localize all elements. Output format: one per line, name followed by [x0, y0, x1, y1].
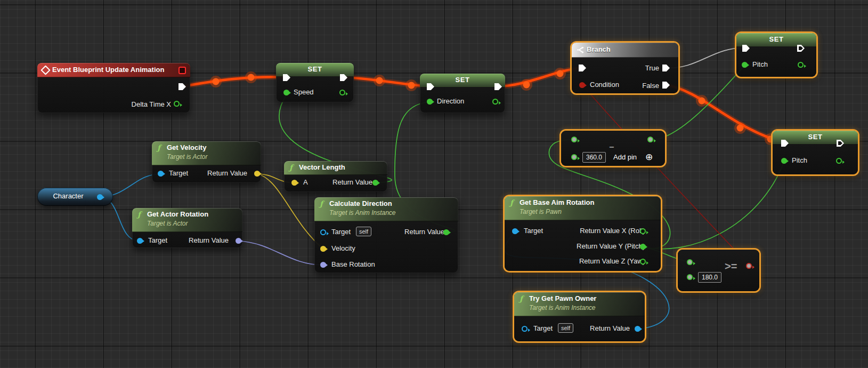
node-title: Get Actor Rotation	[147, 210, 208, 218]
exec-out-pin[interactable]	[179, 83, 186, 90]
node-try-get-pawn-owner[interactable]: ƒ Try Get Pawn Owner Target is Anim Inst…	[514, 292, 645, 341]
node-set-pitch-top[interactable]: SET Pitch	[736, 33, 816, 77]
target-pin[interactable]	[158, 171, 164, 177]
exec-wire-set-speed-to-set-direction[interactable]	[344, 77, 431, 86]
node-subtitle: Target is Pawn	[520, 208, 562, 215]
false-exec-pin[interactable]	[662, 82, 670, 89]
node-subtitle: Target is Anim Instance	[329, 209, 396, 217]
velocity-pin[interactable]	[320, 246, 326, 252]
return-value-pin[interactable]	[254, 171, 260, 177]
pitch-output-pin[interactable]	[798, 62, 804, 68]
base-rotation-pin[interactable]	[320, 262, 326, 268]
node-get-actor-rotation[interactable]: ƒ Get Actor Rotation Target is Actor Tar…	[132, 208, 242, 248]
function-icon: ƒ	[289, 163, 293, 172]
function-icon: ƒ	[320, 199, 323, 208]
pin-label: Return Value Y (Pitch)	[577, 242, 645, 250]
compare-result-pin[interactable]	[746, 263, 752, 269]
return-value-pin[interactable]	[635, 326, 640, 332]
node-set-pitch-right[interactable]: SET Pitch	[773, 131, 858, 174]
pin-label: Target	[148, 236, 167, 244]
node-title: Get Base Aim Rotation	[520, 198, 594, 206]
target-pin[interactable]	[320, 229, 326, 235]
a-input-pin[interactable]	[291, 180, 297, 186]
pin-label: Pitch	[752, 60, 768, 68]
node-title: SET	[736, 33, 816, 46]
speed-output-pin[interactable]	[339, 90, 345, 95]
pitch-input-pin[interactable]	[781, 158, 787, 164]
node-title: Vector Length	[299, 163, 345, 171]
node-title: Try Get Pawn Owner	[529, 294, 596, 302]
return-value-pin[interactable]	[236, 238, 241, 244]
add-pin-icon[interactable]: ⊕	[645, 153, 653, 161]
pin-label: Target	[169, 169, 188, 177]
pin-label: Speed	[294, 88, 314, 96]
pin-label: Pitch	[792, 156, 807, 164]
return-value-pin[interactable]	[372, 180, 378, 186]
blueprint-graph-canvas[interactable]: Event Blueprint Update Animation Delta T…	[0, 0, 868, 368]
true-exec-pin[interactable]	[662, 65, 670, 71]
node-get-velocity[interactable]: ƒ Get Velocity Target is Actor Target Re…	[152, 141, 261, 183]
node-get-base-aim-rotation[interactable]: ƒ Get Base Aim Rotation Target is Pawn T…	[505, 196, 661, 271]
pin-label: Target	[524, 227, 543, 235]
compare-input-a-pin[interactable]	[687, 259, 693, 265]
condition-pin[interactable]	[579, 82, 585, 88]
node-subtitle: Target is Anim Instance	[529, 304, 596, 311]
pin-label: Return Value X (Roll)	[580, 227, 645, 235]
character-output-pin[interactable]	[97, 194, 103, 200]
self-value-box[interactable]: self	[558, 323, 573, 333]
compare-input-b-pin[interactable]	[687, 274, 693, 280]
node-calculate-direction[interactable]: ƒ Calculate Direction Target is Anim Ins…	[314, 197, 458, 273]
wire-rotation-to-base-rotation[interactable]	[239, 241, 323, 265]
pitch-output-pin[interactable]	[836, 158, 842, 164]
node-set-speed[interactable]: SET Speed	[276, 63, 354, 102]
return-value-z-yaw-pin[interactable]	[640, 259, 646, 265]
subtract-output-pin[interactable]	[647, 137, 653, 142]
node-title: Event Blueprint Update Animation	[52, 66, 164, 74]
subtract-input-a-pin[interactable]	[571, 137, 577, 142]
direction-input-pin[interactable]	[427, 99, 433, 105]
pin-label: Delta Time X	[132, 100, 171, 108]
exec-in-pin[interactable]	[579, 65, 586, 71]
pin-label: A	[303, 178, 308, 186]
target-pin[interactable]	[512, 228, 518, 234]
subtract-operator: −	[609, 142, 614, 152]
pin-label: Condition	[590, 81, 619, 89]
pitch-input-pin[interactable]	[742, 62, 748, 68]
pin-label: Return Value Z (Yaw)	[579, 257, 645, 265]
subtract-input-b-pin[interactable]	[571, 154, 577, 160]
target-pin[interactable]	[137, 238, 143, 244]
delta-time-pin[interactable]	[174, 101, 180, 107]
return-value-x-roll-pin[interactable]	[640, 228, 646, 234]
pin-label: Return Value	[207, 169, 247, 177]
pin-label: Target	[331, 228, 351, 236]
direction-output-pin[interactable]	[492, 99, 498, 105]
node-title: Calculate Direction	[329, 199, 392, 207]
node-subtitle: Target is Actor	[147, 220, 188, 227]
function-icon: ƒ	[510, 198, 513, 207]
node-event-blueprint-update-animation[interactable]: Event Blueprint Update Animation Delta T…	[37, 63, 190, 113]
self-value-box[interactable]: self	[356, 227, 371, 236]
pin-label: False	[642, 82, 659, 90]
node-branch[interactable]: Branch True Condition False	[572, 43, 678, 93]
subtract-value-input[interactable]: 360.0	[582, 152, 606, 163]
return-value-y-pitch-pin[interactable]	[640, 244, 646, 250]
target-pin[interactable]	[522, 326, 528, 332]
event-icon	[40, 65, 50, 75]
pin-label: Return Value	[404, 228, 444, 236]
node-greater-equal[interactable]: 180.0 >=	[678, 250, 759, 291]
function-icon: ƒ	[137, 210, 141, 219]
function-icon: ƒ	[520, 294, 523, 303]
add-pin-label[interactable]: Add pin	[613, 153, 637, 161]
pin-label: Direction	[437, 97, 464, 105]
compare-value-input[interactable]: 180.0	[698, 272, 721, 283]
node-vector-length[interactable]: ƒ Vector Length A Return Value	[284, 161, 387, 192]
function-icon: ƒ	[157, 143, 160, 152]
pin-label: Return Value	[332, 178, 372, 186]
node-set-direction[interactable]: SET Direction	[420, 74, 505, 113]
return-value-pin[interactable]	[443, 229, 449, 235]
node-subtract[interactable]: 360.0 − Add pin ⊕	[561, 131, 665, 166]
node-character-variable[interactable]: Character	[37, 188, 113, 206]
speed-input-pin[interactable]	[283, 90, 289, 95]
branch-icon	[576, 46, 585, 54]
wire-pitch-to-set-pitch-right[interactable]	[643, 161, 784, 249]
